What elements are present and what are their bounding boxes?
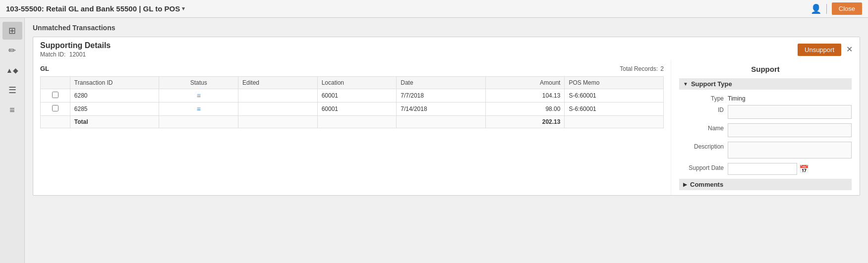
content-area: Unmatched Transactions Supporting Detail… bbox=[25, 18, 868, 263]
col-header-pos-memo: POS Memo bbox=[565, 77, 664, 89]
name-textarea[interactable] bbox=[728, 123, 852, 137]
table-row: 6285 ≡ 60001 7/14/2018 98.00 S-6:60001 bbox=[41, 103, 664, 116]
user-icon-button[interactable]: 👤 bbox=[810, 3, 821, 14]
cell-amount-2: 98.00 bbox=[485, 103, 565, 116]
gl-section-header: GL Total Records: 2 bbox=[40, 65, 664, 72]
form-row-support-date: Support Date 📅 bbox=[679, 163, 852, 175]
support-section: Support ▼ Support Type Type Timing ID bbox=[671, 60, 860, 195]
comments-header[interactable]: ▶ Comments bbox=[679, 179, 852, 190]
col-header-location: Location bbox=[317, 77, 397, 89]
shapes-icon: ▲◆ bbox=[6, 66, 18, 74]
app-title: 103-55500: Retail GL and Bank 55500 | GL… bbox=[6, 4, 185, 13]
support-type-label: Support Type bbox=[691, 80, 732, 88]
sidebar-item-shapes[interactable]: ▲◆ bbox=[2, 61, 22, 79]
col-header-status: Status bbox=[159, 77, 238, 89]
lines-icon: ≡ bbox=[9, 105, 15, 115]
cell-total-amount: 202.13 bbox=[485, 116, 565, 128]
calendar-icon[interactable]: 📅 bbox=[799, 164, 809, 174]
support-date-label: Support Date bbox=[679, 163, 724, 171]
sidebar-item-lines[interactable]: ≡ bbox=[2, 101, 22, 119]
gl-table: Transaction ID Status Edited Location Da… bbox=[40, 76, 664, 128]
type-value: Timing bbox=[728, 94, 852, 102]
pencil-icon: ✏ bbox=[8, 45, 16, 56]
gl-section: GL Total Records: 2 Transaction ID Statu… bbox=[33, 60, 671, 195]
title-dropdown-arrow[interactable]: ▾ bbox=[182, 5, 185, 12]
close-button[interactable]: Close bbox=[832, 2, 862, 15]
panel-body: GL Total Records: 2 Transaction ID Statu… bbox=[33, 60, 860, 195]
top-bar-actions: 👤 Close bbox=[810, 2, 862, 15]
cell-status-2[interactable]: ≡ bbox=[159, 103, 238, 116]
col-header-checkbox bbox=[41, 77, 70, 89]
cell-posmemo-1: S-6:60001 bbox=[565, 89, 664, 103]
form-row-description: Description bbox=[679, 142, 852, 160]
form-row-id: ID bbox=[679, 105, 852, 120]
table-header-row: Transaction ID Status Edited Location Da… bbox=[41, 77, 664, 89]
cell-edited-1 bbox=[238, 89, 318, 103]
col-header-edited: Edited bbox=[238, 77, 318, 89]
total-records: Total Records: 2 bbox=[620, 65, 664, 72]
title-text: 103-55500: Retail GL and Bank 55500 | GL… bbox=[6, 4, 180, 13]
collapse-arrow-icon: ▼ bbox=[683, 81, 688, 87]
id-label: ID bbox=[679, 105, 724, 113]
list-check-icon: ☰ bbox=[8, 85, 16, 96]
match-id-value: 12001 bbox=[69, 51, 86, 58]
cell-txid-2: 6285 bbox=[70, 103, 159, 116]
cell-amount-1: 104.13 bbox=[485, 89, 565, 103]
match-id-row: Match ID: 12001 bbox=[40, 50, 111, 58]
cell-checkbox-2[interactable] bbox=[41, 103, 70, 116]
grid-icon: ⊞ bbox=[8, 25, 16, 36]
cell-total-empty-4 bbox=[317, 116, 397, 128]
cell-total-empty-1 bbox=[41, 116, 70, 128]
list-icon-2[interactable]: ≡ bbox=[197, 105, 201, 113]
cell-edited-2 bbox=[238, 103, 318, 116]
cell-location-2: 60001 bbox=[317, 103, 397, 116]
top-bar: 103-55500: Retail GL and Bank 55500 | GL… bbox=[0, 0, 868, 18]
cell-date-1: 7/7/2018 bbox=[397, 89, 486, 103]
cell-txid-1: 6280 bbox=[70, 89, 159, 103]
cell-checkbox-1[interactable] bbox=[41, 89, 70, 103]
cell-total-empty-3 bbox=[238, 116, 318, 128]
main-layout: ⊞ ✏ ▲◆ ☰ ≡ Unmatched Transactions Suppor… bbox=[0, 18, 868, 263]
sidebar: ⊞ ✏ ▲◆ ☰ ≡ bbox=[0, 18, 25, 263]
panel-title: Supporting Details bbox=[40, 41, 111, 50]
col-header-transaction-id: Transaction ID bbox=[70, 77, 159, 89]
support-date-input[interactable] bbox=[728, 163, 797, 175]
form-row-type: Type Timing bbox=[679, 94, 852, 102]
table-row: 6280 ≡ 60001 7/7/2018 104.13 S-6:60001 bbox=[41, 89, 664, 103]
cell-total-empty-6 bbox=[565, 116, 664, 128]
col-header-date: Date bbox=[397, 77, 486, 89]
sidebar-item-list-check[interactable]: ☰ bbox=[2, 81, 22, 99]
type-label: Type bbox=[679, 94, 724, 102]
description-textarea[interactable] bbox=[728, 142, 852, 158]
id-textarea[interactable] bbox=[728, 105, 852, 119]
cell-location-1: 60001 bbox=[317, 89, 397, 103]
col-header-amount: Amount bbox=[485, 77, 565, 89]
support-date-input-row: 📅 bbox=[728, 163, 809, 175]
match-id-label: Match ID: bbox=[40, 51, 65, 58]
name-label: Name bbox=[679, 123, 724, 132]
comments-label: Comments bbox=[690, 181, 723, 188]
separator bbox=[826, 4, 827, 14]
cell-posmemo-2: S-6:60001 bbox=[565, 103, 664, 116]
sidebar-item-edit[interactable]: ✏ bbox=[2, 42, 22, 59]
expand-arrow-icon: ▶ bbox=[683, 182, 687, 187]
description-label: Description bbox=[679, 142, 724, 150]
cell-status-1[interactable]: ≡ bbox=[159, 89, 238, 103]
cell-total-label: Total bbox=[70, 116, 159, 128]
supporting-details-panel: Supporting Details Match ID: 12001 Unsup… bbox=[33, 37, 860, 196]
cell-total-empty-5 bbox=[397, 116, 486, 128]
support-title: Support bbox=[679, 65, 852, 73]
cell-total-empty-2 bbox=[159, 116, 238, 128]
sidebar-item-grid[interactable]: ⊞ bbox=[2, 22, 22, 40]
unsupport-button[interactable]: Unsupport bbox=[798, 44, 841, 56]
list-icon-1[interactable]: ≡ bbox=[197, 92, 201, 100]
section-title: Unmatched Transactions bbox=[33, 24, 860, 32]
support-type-header[interactable]: ▼ Support Type bbox=[679, 78, 852, 90]
gl-label: GL bbox=[40, 65, 49, 72]
cell-date-2: 7/14/2018 bbox=[397, 103, 486, 116]
panel-close-button[interactable]: ✕ bbox=[846, 46, 853, 53]
form-row-name: Name bbox=[679, 123, 852, 139]
table-total-row: Total 202.13 bbox=[41, 116, 664, 128]
